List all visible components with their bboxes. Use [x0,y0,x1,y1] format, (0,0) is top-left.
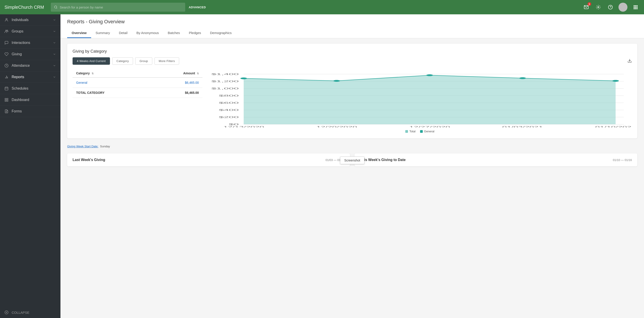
tab-by-anonymous[interactable]: By Anonymous [132,28,163,38]
help-icon-wrap[interactable] [606,3,614,11]
giving-week-value: Sunday [100,145,110,148]
svg-rect-12 [634,8,635,10]
filter-4weeks-button[interactable]: 4 Weeks And Current [72,57,110,65]
giving-week-info: Giving Week Start Date: Sunday [67,143,637,150]
heart-icon [4,52,8,56]
grid-icon [633,5,638,10]
this-week-title: This Week's Giving to Date [360,158,406,162]
svg-rect-11 [636,7,638,8]
giving-table: Category ⇅ Amount ⇅ [72,69,202,98]
sidebar-item-interactions[interactable]: Interactions [0,37,60,48]
interactions-icon [4,41,8,45]
search-bar[interactable] [51,3,185,12]
this-week-header: This Week's Giving to Date 01/10 — 01/16 [360,158,632,162]
sidebar-item-label: Attendance [12,64,30,68]
svg-text:12/20/2020: 12/20/2020 [316,126,357,128]
svg-point-17 [7,30,8,31]
brand: SimpleChurch CRM [4,5,44,10]
chevron-down-icon [53,18,56,22]
svg-point-3 [598,6,599,8]
collapse-label: COLLAPSE [12,310,29,314]
filter-category-button[interactable]: Category [112,57,133,65]
sidebar-item-label: Individuals [12,18,29,22]
sidebar-item-reports[interactable]: Reports [0,72,60,83]
group-icon [4,29,8,33]
advanced-button[interactable]: ADVANCED [189,6,206,9]
sidebar-item-giving[interactable]: Giving [0,48,60,60]
chevron-down-icon [53,64,56,67]
search-input[interactable] [60,5,182,9]
main-content: Reports - Giving Overview Overview Summa… [60,14,644,318]
chevron-down-icon [53,76,56,78]
total-amount-cell: $6,465.00 [152,88,202,98]
sidebar-item-label: Interactions [12,41,30,45]
svg-point-0 [54,6,57,8]
this-week-date: 01/10 — 01/16 [613,158,632,162]
download-icon[interactable] [628,58,632,64]
category-table: Category ⇅ Amount ⇅ [72,69,202,98]
collapse-icon [4,310,8,314]
brand-bold: SimpleChurch [4,5,33,10]
line-chart-svg: $0 $200 $400 $600 $800 $1,000 $1,200 $1,… [208,69,632,128]
sidebar-item-individuals[interactable]: Individuals [0,14,60,26]
svg-text:$1,200: $1,200 [212,80,239,83]
svg-text:01/10/2021: 01/10/2021 [595,126,632,128]
avatar[interactable] [618,3,628,12]
category-cell[interactable]: General [72,78,152,88]
tab-batches[interactable]: Batches [163,28,184,38]
legend-total-label: Total [409,130,416,133]
svg-rect-6 [634,5,635,6]
giving-by-category-card: Giving by Category 4 Weeks And Current C… [67,44,637,138]
sidebar-item-label: Reports [12,75,24,79]
svg-text:01/03/2021: 01/03/2021 [502,126,543,128]
svg-point-15 [6,18,7,20]
chart-area: $0 $200 $400 $600 $800 $1,000 $1,200 $1,… [208,69,632,133]
svg-rect-26 [5,98,6,100]
this-week-card: This Week's Giving to Date 01/10 — 01/16 [354,154,637,166]
line-chart-container: $0 $200 $400 $600 $800 $1,000 $1,200 $1,… [208,69,632,128]
screenshot-button[interactable]: Screenshot [340,156,364,164]
data-point [240,78,247,79]
brand-light: CRM [33,5,44,10]
tab-detail[interactable]: Detail [114,28,132,38]
data-point [519,77,526,79]
svg-text:$600: $600 [219,102,239,104]
top-nav: SimpleChurch CRM ADVANCED 1 [0,0,644,14]
mail-icon-wrap[interactable]: 1 [582,3,590,11]
tab-overview[interactable]: Overview [67,28,91,38]
chevron-down-icon [53,53,56,56]
bottom-cards: Last Week's Giving 01/03 — 01/09 This We… [67,154,637,166]
grid-icon-wrap[interactable] [632,3,640,11]
tab-pledges[interactable]: Pledges [184,28,206,38]
sidebar-item-attendance[interactable]: Attendance [0,60,60,72]
chart-legend: Total General [208,130,632,133]
last-week-header: Last Week's Giving 01/03 — 01/09 [72,158,344,162]
last-week-title: Last Week's Giving [72,158,105,162]
table-chart-row: Category ⇅ Amount ⇅ [72,69,632,133]
filter-more-button[interactable]: More Filters [154,57,179,65]
giving-week-link[interactable]: Giving Week Start Date: [67,145,98,148]
svg-text:12/27/2020: 12/27/2020 [409,126,450,128]
svg-rect-27 [7,98,8,100]
svg-rect-14 [636,8,638,10]
svg-rect-28 [5,100,6,102]
reports-icon [4,75,8,79]
chevron-down-icon [53,41,56,44]
tab-demographics[interactable]: Demographics [206,28,236,38]
filter-group-button[interactable]: Group [135,57,152,65]
sidebar-item-forms[interactable]: Forms [0,106,60,117]
attendance-icon [4,64,8,68]
tab-summary[interactable]: Summary [91,28,114,38]
total-row: TOTAL CATEGORY $6,465.00 [72,88,202,98]
sidebar-item-groups[interactable]: Groups [0,26,60,37]
sidebar-item-schedules[interactable]: Schedules [0,83,60,94]
legend-general-dot [420,130,423,133]
collapse-button[interactable]: COLLAPSE [0,307,60,318]
amount-cell[interactable]: $6,465.00 [152,78,202,88]
table-row: General $6,465.00 [72,78,202,88]
settings-icon-wrap[interactable] [594,3,602,11]
sidebar-item-label: Forms [12,109,22,113]
svg-rect-9 [634,7,635,8]
page-header: Reports - Giving Overview Overview Summa… [60,14,644,38]
sidebar-item-dashboard[interactable]: Dashboard [0,94,60,106]
